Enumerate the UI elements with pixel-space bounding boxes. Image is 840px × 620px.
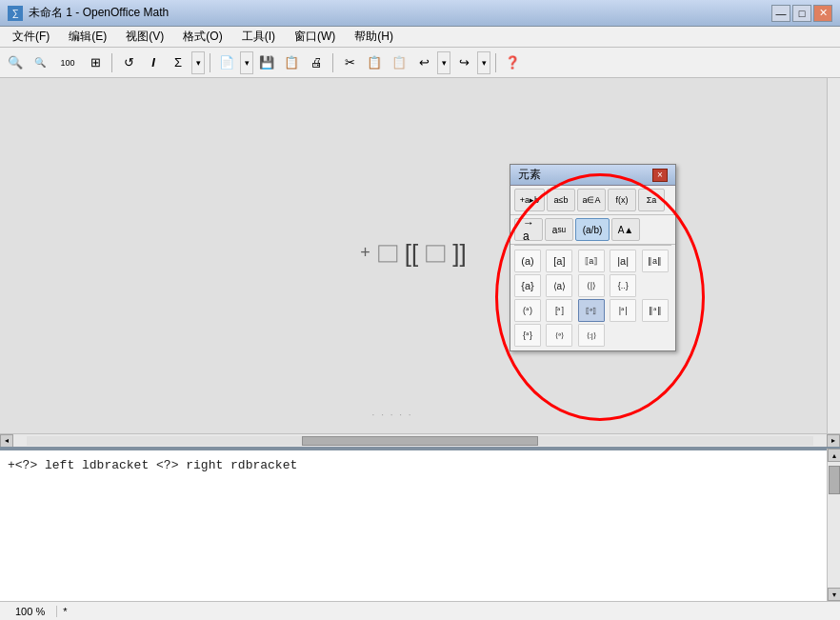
redo-dropdown[interactable]: ▾ [477, 51, 490, 74]
close-button[interactable]: ✕ [813, 5, 832, 22]
cat-attributes-sup[interactable]: asu [545, 218, 573, 241]
sym-empty3 [642, 324, 669, 347]
sym-curly[interactable]: {a} [514, 274, 541, 297]
formula-dropdown[interactable]: ▾ [191, 51, 205, 74]
print-button[interactable]: 🖨 [305, 51, 328, 74]
editor-scrollbar[interactable]: ▴ ▾ [827, 449, 840, 601]
app-icon: ∑ [8, 6, 23, 21]
save-button[interactable]: 💾 [255, 51, 278, 74]
dotted-divider: · · · · · [372, 410, 413, 420]
category-row-2: →a asu (a/b) A▲ [510, 215, 675, 245]
menu-tools[interactable]: 工具(I) [233, 26, 284, 48]
sym-norm[interactable]: ‖a‖ [642, 250, 669, 272]
sep1 [111, 53, 112, 72]
sym-norm-scaled[interactable]: ‖ᵃ‖ [642, 299, 669, 322]
status-bar: 100 % * [0, 601, 840, 620]
copy-button[interactable]: 📋 [363, 51, 386, 74]
sym-square[interactable]: [a] [546, 250, 572, 272]
h-scroll-thumb[interactable] [302, 436, 538, 446]
title-bar-left: ∑ 未命名 1 - OpenOffice Math [8, 5, 169, 21]
category-row-1: +a▸b a≤b a∈A f(x) Σa [510, 186, 675, 215]
formula-left-bracket: [[ [405, 241, 418, 266]
formula-display: + [[ ]] [360, 241, 466, 266]
sym-curly-scaled[interactable]: {ᵃ} [514, 324, 541, 347]
formula-editor-content[interactable]: +<?> left ldbracket <?> right rdbracket [8, 456, 819, 476]
zoom-level: 100 % [4, 606, 57, 617]
formula-right-bracket: ]] [452, 241, 466, 266]
editor-scroll-thumb[interactable] [829, 466, 840, 494]
menu-format[interactable]: 格式(O) [174, 26, 230, 48]
sym-round-scaled[interactable]: (ᵃ) [514, 299, 541, 322]
menu-bar: 文件(F) 编辑(E) 视图(V) 格式(O) 工具(I) 窗口(W) 帮助(H… [0, 27, 840, 48]
main-area: + [[ ]] · · · · · 元素 × +a▸b a≤b a∈A [0, 78, 840, 601]
h-scroll-right[interactable]: ▸ [827, 434, 840, 448]
sym-empty2 [610, 324, 636, 347]
cat-operators[interactable]: Σa [638, 189, 665, 211]
cut-button[interactable]: ✂ [338, 51, 361, 74]
refresh-button[interactable]: ↺ [117, 51, 140, 74]
new-button[interactable]: 📄 [215, 51, 238, 74]
elements-close-button[interactable]: × [652, 169, 668, 182]
paste-button[interactable]: 📋 [388, 51, 410, 74]
editor-with-scroll: +<?> left ldbracket <?> right rdbracket … [0, 447, 840, 601]
cat-attributes-vec[interactable]: →a [514, 218, 543, 241]
h-scroll[interactable]: ◂ ▸ [0, 433, 840, 447]
h-scroll-track[interactable] [27, 436, 813, 446]
elements-panel-title: 元素 [518, 167, 541, 183]
sym-bra-ket[interactable]: ⟨|⟩ [578, 274, 605, 297]
zoom-100-button[interactable]: 100 [53, 51, 82, 74]
new-dropdown[interactable]: ▾ [240, 51, 253, 74]
sym-square-scaled[interactable]: [ᵃ] [546, 299, 572, 322]
menu-edit[interactable]: 编辑(E) [60, 26, 115, 48]
cat-unary-binary[interactable]: +a▸b [514, 189, 545, 211]
cat-set-ops[interactable]: a∈A [577, 189, 606, 211]
menu-view[interactable]: 视图(V) [117, 26, 172, 48]
title-bar: ∑ 未命名 1 - OpenOffice Math — □ ✕ [0, 0, 840, 27]
sym-set[interactable]: {..} [610, 274, 636, 297]
formula-plus: + [360, 243, 370, 263]
formula-placeholder-box [378, 245, 397, 262]
formula-view-wrapper: + [[ ]] · · · · · 元素 × +a▸b a≤b a∈A [0, 78, 840, 433]
title-controls: — □ ✕ [771, 5, 832, 22]
zoom-in-button[interactable]: 🔍 [4, 51, 27, 74]
sym-bra-ket-scaled[interactable]: ⟨:|⟩ [578, 324, 605, 347]
maximize-button[interactable]: □ [792, 5, 811, 22]
modified-indicator: * [57, 606, 72, 617]
zoom-fit-button[interactable]: ⊞ [84, 51, 107, 74]
sym-abs[interactable]: |a| [610, 250, 636, 272]
cat-brackets[interactable]: (a/b) [575, 218, 610, 241]
cat-formats[interactable]: A▲ [611, 218, 640, 241]
editor-scroll-down[interactable]: ▾ [828, 588, 841, 601]
sym-double-square-scaled[interactable]: ⟦ᵃ⟧ [578, 299, 605, 322]
symbols-grid: (a) [a] ⟦a⟧ |a| ‖a‖ {a} ⟨a⟩ ⟨|⟩ {..} (ᵃ)… [510, 246, 675, 350]
sym-round[interactable]: (a) [514, 250, 541, 272]
undo-dropdown[interactable]: ▾ [437, 51, 450, 74]
elements-panel: 元素 × +a▸b a≤b a∈A f(x) Σa →a asu (a/b) A… [510, 164, 676, 351]
undo-button[interactable]: ↩ [412, 51, 435, 74]
help-button[interactable]: ❓ [501, 51, 524, 74]
menu-window[interactable]: 窗口(W) [286, 26, 344, 48]
cat-functions[interactable]: f(x) [608, 189, 636, 211]
formula-right-scrollbar[interactable] [827, 78, 840, 433]
elements-panel-title-bar: 元素 × [510, 165, 675, 186]
editor-scroll-up[interactable]: ▴ [828, 449, 841, 462]
h-scroll-left[interactable]: ◂ [0, 434, 13, 448]
cat-relations[interactable]: a≤b [547, 189, 575, 211]
minimize-button[interactable]: — [771, 5, 790, 22]
formula-inner-box [426, 245, 445, 262]
formula-editor[interactable]: +<?> left ldbracket <?> right rdbracket [0, 449, 827, 601]
sym-angle-scaled[interactable]: ⟨ᵃ⟩ [546, 324, 572, 347]
redo-button[interactable]: ↪ [452, 51, 475, 74]
menu-file[interactable]: 文件(F) [4, 26, 58, 48]
zoom-out-button[interactable]: 🔍 [29, 51, 51, 74]
toolbar: 🔍 🔍 100 ⊞ ↺ I Σ ▾ 📄 ▾ 💾 📋 🖨 ✂ 📋 📋 ↩ ▾ ↪ … [0, 48, 840, 78]
sym-double-square[interactable]: ⟦a⟧ [578, 250, 605, 272]
sep3 [332, 53, 333, 72]
pdf-button[interactable]: 📋 [280, 51, 303, 74]
sym-angle[interactable]: ⟨a⟩ [546, 274, 572, 297]
insert-formula-button[interactable]: Σ [167, 51, 190, 74]
insert-text-button[interactable]: I [142, 51, 165, 74]
menu-help[interactable]: 帮助(H) [346, 26, 402, 48]
formula-canvas: + [[ ]] · · · · · 元素 × +a▸b a≤b a∈A [0, 78, 827, 433]
sym-abs-scaled[interactable]: |ᵃ| [610, 299, 636, 322]
